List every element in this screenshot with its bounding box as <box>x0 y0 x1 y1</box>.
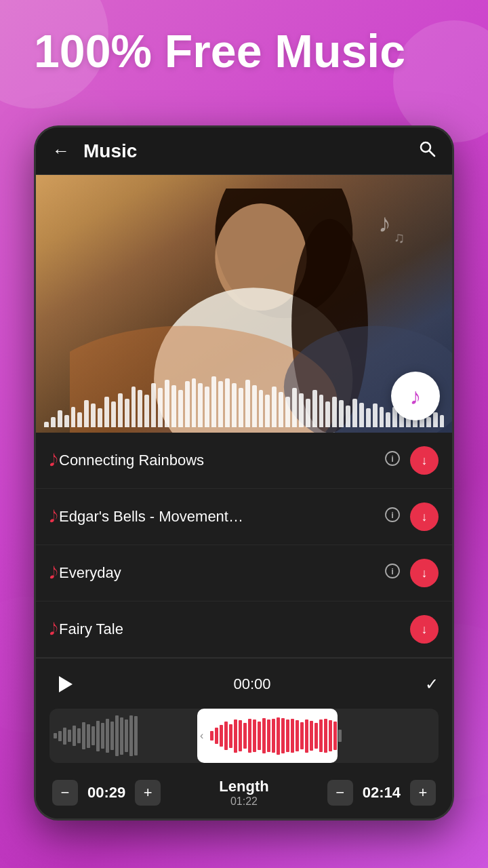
length-label: Length <box>219 778 268 795</box>
music-note-icon: ♪ <box>410 383 422 410</box>
wf-bar-selected <box>243 723 247 749</box>
waveform-bar <box>272 387 277 427</box>
wf-bar-selected <box>324 719 327 753</box>
length-value: 01:22 <box>219 795 268 808</box>
waveform-bar <box>239 388 243 427</box>
waveform-selection[interactable]: ‹ › <box>197 709 338 763</box>
top-banner: 100% Free Music <box>0 0 488 97</box>
wf-bar-selected <box>314 723 318 749</box>
svg-line-1 <box>430 151 435 157</box>
start-increase-button[interactable]: + <box>135 780 161 806</box>
waveform-bar <box>144 395 149 427</box>
wf-bar-left <box>63 728 66 745</box>
wf-bar-selected <box>329 720 332 751</box>
song-list: 𝅘𝅥𝅮Connecting Rainbowsi↓𝅘𝅥𝅮Edgar's Bells… <box>36 433 452 658</box>
waveform-bar <box>312 390 317 427</box>
wf-bar-left <box>101 723 104 749</box>
wf-bar-right <box>338 730 342 742</box>
info-button[interactable]: i <box>384 450 401 471</box>
left-handle[interactable]: ‹ <box>197 730 206 742</box>
svg-text:i: i <box>391 454 394 464</box>
waveform-bar <box>265 395 270 427</box>
end-increase-button[interactable]: + <box>410 780 436 806</box>
wf-bar-selected <box>291 719 294 753</box>
time-controls: − 00:29 + Length 01:22 − 02:14 + <box>49 772 439 813</box>
wf-bar-selected <box>210 731 214 741</box>
wf-bar-left <box>125 719 128 752</box>
wf-bar-selected <box>262 718 266 754</box>
wf-bar-left <box>120 717 123 755</box>
waveform-visualizer <box>36 378 452 433</box>
song-item[interactable]: 𝅘𝅥𝅮Everydayi↓ <box>36 545 452 601</box>
start-decrease-button[interactable]: − <box>52 780 78 806</box>
wf-bar-selected <box>267 719 270 752</box>
waveform-bar <box>178 390 183 427</box>
playback-row: 00:00 ✓ <box>49 669 439 699</box>
wf-bar-selected <box>248 719 251 753</box>
wf-bar-selected <box>286 719 289 752</box>
player-button[interactable]: ♪ <box>391 372 440 420</box>
download-button[interactable]: ↓ <box>410 502 439 531</box>
end-decrease-button[interactable]: − <box>327 780 353 806</box>
float-note-small: ♫ <box>394 229 405 247</box>
waveform-bar <box>433 412 438 427</box>
download-icon: ↓ <box>422 623 428 637</box>
waveform-bar <box>279 392 283 427</box>
end-time-value: 02:14 <box>363 784 401 802</box>
wf-bar-selected <box>305 719 308 753</box>
play-button[interactable] <box>49 669 79 699</box>
waveform-bar <box>346 406 350 427</box>
banner-title: 100% Free Music <box>34 26 454 77</box>
search-button[interactable] <box>418 140 436 162</box>
page-title: Music <box>83 140 418 162</box>
info-button[interactable]: i <box>384 507 401 527</box>
song-title: Everyday <box>59 564 375 582</box>
wf-bar-left <box>58 731 62 741</box>
song-title: Edgar's Bells - Movement… <box>59 508 375 526</box>
wf-bar-left <box>129 715 133 756</box>
download-button[interactable]: ↓ <box>410 559 439 587</box>
download-icon: ↓ <box>422 510 428 524</box>
length-display: Length 01:22 <box>219 778 268 808</box>
waveform-bar <box>292 388 297 427</box>
waveform-bar <box>426 417 431 427</box>
download-button[interactable]: ↓ <box>410 446 439 475</box>
waveform-bar <box>440 415 445 427</box>
waveform-bar <box>339 400 344 427</box>
waveform-bar <box>373 403 378 427</box>
waveform-bar <box>386 412 390 427</box>
player-controls: 00:00 ✓ ‹ › − 00:29 <box>36 658 452 818</box>
song-item[interactable]: 𝅘𝅥𝅮Connecting Rainbowsi↓ <box>36 433 452 489</box>
waveform-bar <box>325 401 330 427</box>
wf-bar-selected <box>215 728 218 745</box>
wf-bar-left <box>92 726 95 745</box>
wf-bar-left <box>54 733 57 738</box>
wf-bar-selected <box>224 722 228 750</box>
waveform-bar <box>380 407 384 427</box>
info-button[interactable]: i <box>384 563 401 583</box>
waveform-bar <box>205 387 209 427</box>
download-icon: ↓ <box>422 566 428 580</box>
waveform-bar <box>91 403 96 427</box>
waveform-bar <box>185 381 190 427</box>
wf-bar-selected <box>272 719 275 753</box>
wf-bar-selected <box>239 720 242 751</box>
download-button[interactable]: ↓ <box>410 615 439 644</box>
waveform-bar <box>359 403 364 427</box>
wf-bar-selected <box>234 719 237 753</box>
waveform-bar <box>64 415 69 427</box>
waveform-bar <box>131 387 136 427</box>
start-time-stepper: − 00:29 + <box>52 780 161 806</box>
back-button[interactable]: ← <box>52 140 70 161</box>
wf-bar-selected <box>253 719 256 752</box>
phone-frame: ← Music <box>34 125 454 821</box>
song-item[interactable]: 𝅘𝅥𝅮Edgar's Bells - Movement…i↓ <box>36 489 452 545</box>
song-title: Connecting Rainbows <box>59 452 375 469</box>
wf-bar-selected <box>310 721 313 750</box>
confirm-icon[interactable]: ✓ <box>425 675 439 694</box>
song-item[interactable]: 𝅘𝅥𝅮Fairy Tale↓ <box>36 601 452 658</box>
wf-bar-selected <box>296 720 299 751</box>
album-art: ♫ ♪ ♪ <box>36 175 452 433</box>
waveform-bar <box>259 390 264 427</box>
waveform-editor[interactable]: ‹ › <box>49 709 439 763</box>
